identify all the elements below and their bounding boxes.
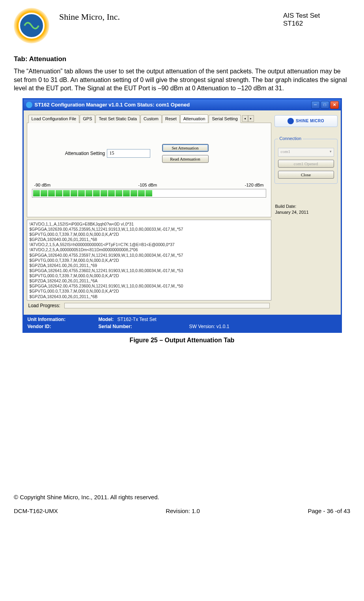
tab-scroll-right[interactable]: ▸	[248, 115, 254, 122]
bar-segment	[108, 190, 115, 196]
window-buttons: ─ □ ✕	[311, 101, 339, 109]
com-port-select[interactable]: com1	[278, 148, 334, 157]
scale-row: -90 dBm -105 dBm -120 dBm	[32, 183, 266, 187]
nmea-line: $GPZDA,182640.00,26,01,2011,,*68	[30, 237, 269, 242]
nmea-line: $GPVTG,000.0,T,339.7,M,000.0,N,000.0,K,A…	[30, 258, 269, 263]
tab-reset[interactable]: Reset	[162, 115, 180, 123]
build-date-value: January 24, 2011	[275, 209, 338, 215]
sw-version: SW Version: v1.0.1	[189, 324, 337, 329]
product-line2: ST162	[283, 20, 350, 28]
connection-fieldset: Connection com1 com1 Opened Close	[274, 139, 338, 184]
nmea-line: $GPGGA,182640.00,4755.23597,N,12241.9190…	[30, 253, 269, 258]
close-connection-button[interactable]: Close	[278, 171, 334, 179]
page-header: Shine Micro, Inc. AIS Test Set ST162	[14, 8, 350, 43]
minimize-button[interactable]: ─	[311, 101, 320, 109]
main-column: Load Configuration FileGPSTest Set Stati…	[27, 114, 271, 312]
bar-segment	[48, 190, 55, 196]
tab-strip: Load Configuration FileGPSTest Set Stati…	[27, 114, 271, 123]
model-cell: Model: ST162-Tx Test Set	[99, 317, 189, 322]
nmea-line: $GPVTG,000.0,T,339.7,M,000.0,N,000.0,K,A…	[30, 273, 269, 278]
tab-attenuation[interactable]: Attenuation	[180, 114, 209, 123]
page-number: Page - 36 -of 43	[308, 508, 350, 514]
scale-left: -90 dBm	[34, 183, 51, 187]
figure-caption: Figure 25 – Output Attenuation Tab	[14, 337, 350, 344]
brand-logo-text: SHINE MICRO	[296, 119, 324, 123]
nmea-line: $GPZDA,182642.00,26,01,2011,,*6A	[30, 278, 269, 284]
attenuation-row: Attenuation Setting Set Attenuation Read…	[32, 144, 266, 163]
nmea-line: !ATVDO,2,1,5,A,552IS=h000000000001<PTpF1…	[30, 242, 269, 247]
model-label: Model:	[99, 317, 114, 322]
unit-info-bar: Unit Information: Model: ST162-Tx Test S…	[24, 315, 341, 332]
section-heading: Tab: Attenuation	[14, 55, 350, 63]
nmea-line: $GPZDA,182643.00,26,01,2011,,*6B	[30, 294, 269, 299]
bar-segment	[71, 190, 77, 196]
load-progress-label: Load Progress:	[28, 303, 60, 308]
tab-test-set-static-data[interactable]: Test Set Static Data	[95, 115, 140, 123]
copyright: © Copyright Shine Micro, Inc., 2011. All…	[14, 494, 350, 500]
bar-segment	[63, 190, 70, 196]
build-date-label: Build Date:	[275, 203, 338, 209]
product-line1: AIS Test Set	[283, 12, 350, 20]
serial-number-label: Serial Number:	[99, 324, 189, 329]
scale-right: -120 dBm	[245, 183, 264, 187]
bar-segment	[123, 190, 130, 196]
tab-scroll-left[interactable]: ◂	[242, 115, 248, 122]
load-progress-row: Load Progress:	[27, 300, 271, 312]
window-body: Load Configuration FileGPSTest Set Stati…	[24, 110, 341, 315]
side-column: SHINE MICRO Connection com1 com1 Opened …	[274, 114, 338, 312]
bar-segment	[116, 190, 122, 196]
bar-segment	[41, 190, 47, 196]
signal-bar	[32, 189, 266, 198]
bar-segment	[146, 190, 152, 196]
vendor-id-label: Vendor ID:	[28, 324, 99, 329]
nmea-line: !ATVDO,1,1,,A,152IS=iP00G>E8BKJqqh0?w<0D…	[30, 222, 269, 227]
brand-logo-icon	[287, 118, 294, 124]
body-paragraph: The “Attenuation” tab allows the user to…	[14, 67, 350, 93]
attenuation-label: Attenuation Setting	[52, 151, 119, 156]
build-date: Build Date: January 24, 2011	[274, 203, 338, 215]
read-attenuation-button[interactable]: Read Attenuation	[162, 155, 209, 163]
com-status-button[interactable]: com1 Opened	[278, 160, 334, 168]
page-footer: © Copyright Shine Micro, Inc., 2011. All…	[14, 494, 350, 514]
model-value: ST162-Tx Test Set	[118, 317, 157, 322]
nmea-line: $GPGGA,182639.00,4755.23595,N,12241.9191…	[30, 227, 269, 232]
bar-segment	[93, 190, 100, 196]
bar-segment	[56, 190, 62, 196]
brand-logo: SHINE MICRO	[274, 115, 338, 127]
load-progress-bar	[64, 303, 270, 308]
company-logo	[14, 8, 49, 43]
set-attenuation-button[interactable]: Set Attenuation	[162, 144, 209, 152]
nmea-line: $GPZDA,182641.00,26,01,2011,,*69	[30, 263, 269, 268]
bar-segment	[78, 190, 85, 196]
connection-legend: Connection	[278, 136, 303, 141]
company-name: Shine Micro, Inc.	[59, 8, 283, 22]
bar-segment	[101, 190, 107, 196]
titlebar: ST162 Configuration Manager v1.0.1 Com S…	[24, 99, 341, 110]
tab-load-configuration-file[interactable]: Load Configuration File	[28, 115, 80, 123]
nmea-line: !ATVDO,2,2,5,A,000000051Dm<811Dm00000000…	[30, 247, 269, 252]
app-icon	[26, 102, 32, 108]
product-title: AIS Test Set ST162	[283, 8, 350, 28]
tab-gps[interactable]: GPS	[80, 115, 95, 123]
tab-panel-attenuation: Attenuation Setting Set Attenuation Read…	[27, 123, 271, 217]
tab-serial-setting[interactable]: Serial Setting	[209, 115, 241, 123]
bar-segment	[131, 190, 137, 196]
unit-info-label: Unit Information:	[28, 317, 99, 322]
nmea-line: $GPVTG,000.0,T,339.7,M,000.0,N,000.0,K,A…	[30, 232, 269, 237]
maximize-button[interactable]: □	[321, 101, 329, 109]
window-title: ST162 Configuration Manager v1.0.1 Com S…	[35, 102, 311, 108]
tab-custom[interactable]: Custom	[140, 115, 162, 123]
scale-mid: -105 dBm	[138, 183, 157, 187]
close-button[interactable]: ✕	[330, 101, 339, 109]
revision: Revision: 1.0	[166, 508, 200, 514]
bar-segment	[86, 190, 92, 196]
nmea-line: $GPVTG,000.0,T,339.7,M,000.0,N,000.0,K,A…	[30, 289, 269, 294]
app-window: ST162 Configuration Manager v1.0.1 Com S…	[22, 98, 342, 333]
wave-icon	[24, 18, 39, 34]
bar-segment	[138, 190, 145, 196]
doc-id: DCM-T162-UMX	[14, 508, 58, 514]
nmea-line: $GPGGA,182642.00,4755.23600,N,12241.9190…	[30, 284, 269, 289]
bar-segment	[33, 190, 40, 196]
nmea-line: $GPGGA,182641.00,4755.23602,N,12241.9190…	[30, 268, 269, 273]
nmea-log: !ATVDO,1,1,,A,152IS=iP00G>E8BKJqqh0?w<0D…	[27, 220, 271, 300]
